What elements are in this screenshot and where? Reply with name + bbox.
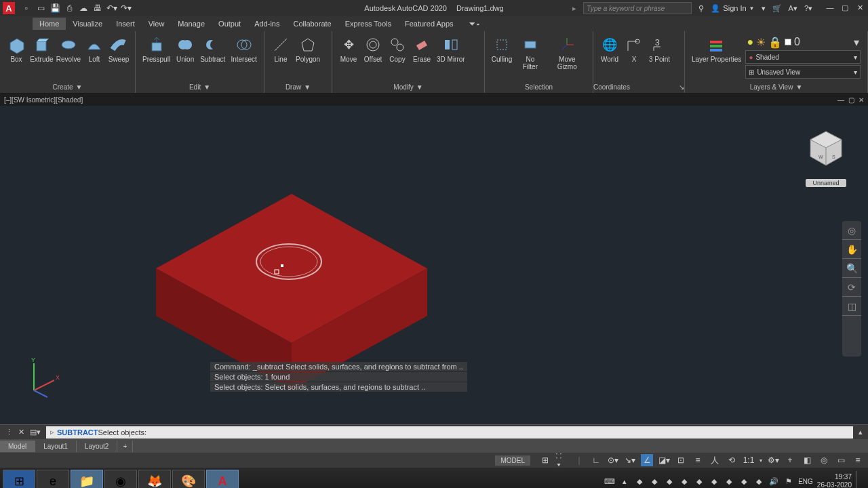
- ortho-icon[interactable]: ∟: [590, 454, 602, 466]
- loft-button[interactable]: Loft: [82, 34, 106, 77]
- tray-i7[interactable]: ◆: [724, 476, 734, 487]
- viewcube-label[interactable]: Unnamed: [806, 179, 846, 187]
- taskbar-app1[interactable]: 🎨: [172, 470, 205, 488]
- tray-up-icon[interactable]: ▴: [619, 476, 630, 487]
- taskbar-ie[interactable]: e: [37, 470, 69, 488]
- tab-home[interactable]: Home: [33, 18, 66, 30]
- tray-clock[interactable]: 19:37 26-03-2020: [817, 473, 852, 488]
- tab-manage[interactable]: Manage: [171, 18, 212, 30]
- close-button[interactable]: ✕: [854, 3, 865, 13]
- line-button[interactable]: Line: [269, 34, 293, 77]
- intersect-button[interactable]: Intersect: [228, 34, 259, 77]
- qat-new[interactable]: ▫: [20, 2, 33, 14]
- cycling-icon[interactable]: ⟲: [726, 454, 738, 466]
- keyboard-icon[interactable]: ⌨: [604, 476, 615, 487]
- help-icon[interactable]: ?▾: [804, 4, 812, 13]
- vp-maximize[interactable]: ▢: [848, 96, 854, 104]
- tab-model[interactable]: Model: [0, 441, 35, 452]
- tab-visualize[interactable]: Visualize: [66, 18, 109, 30]
- visualstyle-dropdown[interactable]: ●Shaded▾: [745, 50, 861, 64]
- infocenter-icon[interactable]: ⚲: [698, 4, 704, 13]
- cmdbar-up[interactable]: ▴: [856, 428, 865, 436]
- viewport-label[interactable]: [–][SW Isometric][Shaded]: [4, 96, 83, 104]
- polar-icon[interactable]: ⊙▾: [607, 454, 619, 466]
- app-logo[interactable]: A: [3, 2, 15, 14]
- panel-edit-title[interactable]: Edit ▼: [136, 81, 264, 93]
- cleanscreen-icon[interactable]: ▭: [835, 454, 847, 466]
- tab-featuredapps[interactable]: Featured Apps: [398, 18, 460, 30]
- cmdbar-handle[interactable]: ⋮: [3, 428, 16, 436]
- tab-addins[interactable]: Add-ins: [248, 18, 286, 30]
- panel-coordinates-title[interactable]: Coordinates ↘: [593, 81, 684, 93]
- drawing-area[interactable]: Y X W S Unnamed ◎ ✋ 🔍 ⟳ ◫ Command: _subt…: [0, 106, 868, 424]
- viewcube[interactable]: W S: [802, 126, 850, 174]
- lightbulb-icon[interactable]: ●: [747, 36, 753, 48]
- tray-i8[interactable]: ◆: [738, 476, 749, 487]
- world-button[interactable]: 🌐World: [597, 34, 622, 77]
- show-desktop[interactable]: [856, 471, 861, 488]
- tab-overflow[interactable]: ⏷▾: [465, 18, 484, 30]
- tray-volume-icon[interactable]: 🔊: [768, 476, 779, 487]
- panel-create-title[interactable]: Create ▼: [0, 81, 135, 93]
- panel-modify-title[interactable]: Modify ▼: [332, 81, 484, 93]
- search-input[interactable]: Type a keyword or phrase: [583, 2, 692, 14]
- orbit-icon[interactable]: ⟳: [842, 278, 861, 297]
- signin-button[interactable]: 👤Sign In▼: [711, 4, 754, 13]
- taskbar-explorer[interactable]: 📁: [71, 470, 103, 488]
- otrack-icon[interactable]: ⊡: [675, 454, 687, 466]
- subtract-button[interactable]: Subtract: [197, 34, 228, 77]
- qat-undo[interactable]: ↶▾: [106, 2, 118, 14]
- tab-layout1[interactable]: Layout1: [35, 441, 77, 452]
- fullnav-icon[interactable]: ◎: [842, 221, 861, 240]
- cmdbar-recent[interactable]: ▤▾: [27, 428, 43, 436]
- qat-saveas[interactable]: ⎙: [63, 2, 75, 14]
- start-button[interactable]: ⊞: [3, 470, 35, 488]
- qat-cloud[interactable]: ☁: [77, 2, 90, 14]
- erase-button[interactable]: Erase: [410, 34, 434, 77]
- maximize-button[interactable]: ▢: [840, 3, 850, 13]
- lock-icon[interactable]: 🔒: [768, 36, 782, 49]
- tab-layout2[interactable]: Layout2: [77, 441, 118, 452]
- 3dosnap-icon[interactable]: ◪▾: [658, 454, 670, 466]
- sun-icon[interactable]: ☀: [756, 36, 766, 49]
- cart-icon[interactable]: ▾: [762, 4, 766, 13]
- extrude-button[interactable]: Extrude: [28, 34, 55, 77]
- customize-icon[interactable]: ≡: [852, 454, 864, 466]
- sweep-button[interactable]: Sweep: [106, 34, 131, 77]
- app-icon[interactable]: A▾: [789, 4, 797, 13]
- tray-i1[interactable]: ◆: [634, 476, 645, 487]
- cmdbar-close[interactable]: ✕: [16, 428, 27, 436]
- layerproperties-button[interactable]: Layer Properties: [689, 34, 744, 77]
- qat-open[interactable]: ▭: [35, 2, 47, 14]
- zoom-icon[interactable]: 🔍: [842, 259, 861, 278]
- annoscale-label[interactable]: 1:1: [743, 454, 755, 466]
- move-button[interactable]: ✥Move: [336, 34, 361, 77]
- culling-button[interactable]: Culling: [489, 34, 515, 77]
- tab-insert[interactable]: Insert: [109, 18, 142, 30]
- tray-lang[interactable]: ENG: [798, 478, 813, 485]
- panel-draw-title[interactable]: Draw ▼: [264, 81, 332, 93]
- qat-save[interactable]: 💾: [49, 2, 61, 14]
- minimize-button[interactable]: —: [825, 3, 835, 13]
- panel-layers-title[interactable]: Layers & View ▼: [685, 81, 867, 93]
- taskbar-obs[interactable]: ◉: [104, 470, 137, 488]
- tray-flag-icon[interactable]: ⚑: [783, 476, 794, 487]
- plus-icon[interactable]: +: [784, 454, 796, 466]
- pan-icon[interactable]: ✋: [842, 240, 861, 259]
- union-button[interactable]: Union: [173, 34, 197, 77]
- tray-i3[interactable]: ◆: [664, 476, 675, 487]
- gear-icon[interactable]: ⚙▾: [767, 454, 779, 466]
- modelspace-button[interactable]: MODEL: [495, 455, 530, 466]
- tab-output[interactable]: Output: [212, 18, 248, 30]
- taskbar-firefox[interactable]: 🦊: [138, 470, 171, 488]
- tray-i9[interactable]: ◆: [753, 476, 764, 487]
- color-icon[interactable]: [785, 39, 791, 45]
- layer-dropdown-icon[interactable]: ▾: [854, 36, 859, 49]
- x-button[interactable]: X: [622, 34, 646, 77]
- box-button[interactable]: Box: [4, 34, 28, 77]
- snap-icon[interactable]: ⸬ ▾: [556, 454, 568, 466]
- 3point-button[interactable]: 33 Point: [646, 34, 673, 77]
- qat-redo[interactable]: ↷▾: [120, 2, 132, 14]
- isoplane-icon[interactable]: ↘▾: [624, 454, 636, 466]
- tray-i6[interactable]: ◆: [709, 476, 719, 487]
